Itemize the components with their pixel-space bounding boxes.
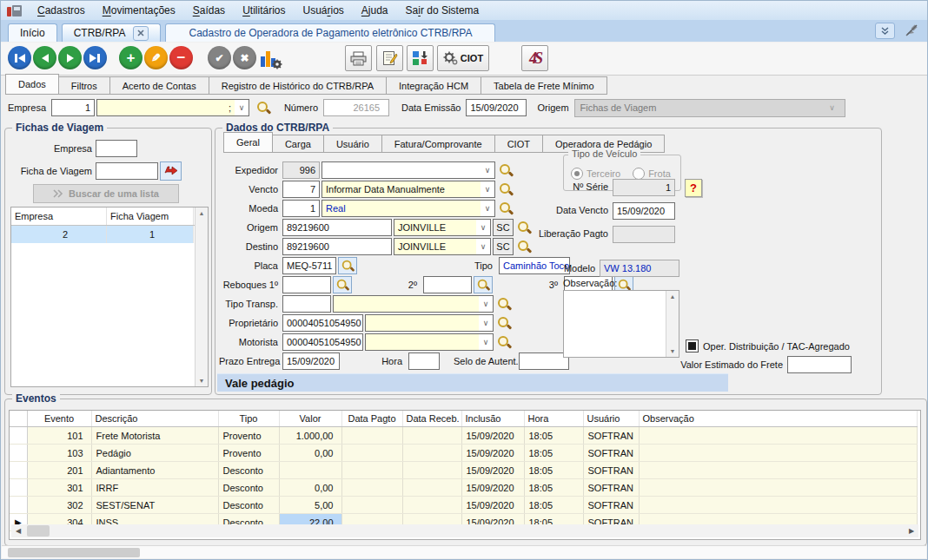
menu-item-usuarios[interactable]: Usuários [294, 4, 352, 16]
ciot-button[interactable]: CIOT [437, 45, 489, 71]
tab-ctrb-rpa[interactable]: CTRB/RPA [62, 23, 162, 42]
eventos-row[interactable]: 201AdiantamentoDesconto15/09/202018:05SO… [10, 462, 917, 479]
fichas-grid-row[interactable]: 21 [11, 226, 208, 243]
destino-combo[interactable]: JOINVILLE∨ [394, 238, 491, 255]
column-header-usuario[interactable]: Usuário [583, 411, 639, 427]
dropdown-arrow-icon[interactable]: ∨ [479, 296, 493, 312]
empresa-combo[interactable]: ; ∨ [96, 99, 249, 116]
softran-logo-button[interactable]: 4S [521, 45, 548, 71]
page-tab-integracao-hcm[interactable]: Integração HCM [386, 76, 481, 95]
motorista-combo[interactable]: ∨ [365, 333, 494, 351]
dropdown-arrow-icon[interactable]: ∨ [481, 162, 494, 178]
data-vencto-input[interactable]: 15/09/2020 [613, 202, 675, 220]
menu-item-utilitarios[interactable]: Utilitários [234, 4, 294, 16]
add-button[interactable]: + [119, 46, 143, 69]
nav-next-button[interactable] [58, 46, 82, 69]
ficha-viagem-input[interactable] [96, 162, 158, 180]
confirm-button[interactable]: ✔ [208, 46, 231, 69]
dropdown-arrow-icon[interactable]: ∨ [476, 220, 490, 235]
dropdown-arrow-icon[interactable]: ∨ [235, 100, 249, 115]
data-emissao-input[interactable]: 15/09/2020 [466, 99, 527, 116]
nav-prev-button[interactable] [33, 46, 56, 69]
moeda-combo[interactable]: Real∨ [321, 200, 495, 217]
proprietario-search-icon[interactable] [497, 316, 512, 331]
expedidor-combo[interactable]: ∨ [321, 161, 495, 179]
empresa-input[interactable]: 1 [51, 99, 95, 116]
page-tab-tabela-de-frete-minimo[interactable]: Tabela de Frete Mínimo [481, 76, 607, 95]
scroll-up-icon[interactable]: ▲ [199, 210, 205, 216]
tipo-transp-search-icon[interactable] [497, 297, 512, 312]
destino-code-input[interactable]: 89219600 [282, 238, 392, 255]
observacao-scrollbar[interactable]: ▲ ▼ [666, 291, 679, 357]
dados-tab-fatura-comprovante[interactable]: Fatura/Comprovante [381, 135, 495, 153]
origem-code-input[interactable]: 89219600 [282, 219, 392, 236]
column-header-evento[interactable]: Evento [27, 411, 91, 427]
cancel-button[interactable]: ✖ [233, 46, 256, 69]
reboque1-input[interactable] [282, 276, 331, 293]
menu-item-cadastros[interactable]: Cadastros [29, 4, 94, 16]
scroll-down-icon[interactable]: ▼ [670, 348, 676, 354]
vencto-combo[interactable]: Informar Data Manualmente∨ [321, 181, 495, 198]
frota-radio[interactable] [633, 168, 645, 180]
dados-tab-carga[interactable]: Carga [272, 135, 324, 153]
page-tab-filtros[interactable]: Filtros [58, 76, 110, 95]
dados-tab-usuario[interactable]: Usuário [323, 135, 382, 153]
pin-icon[interactable] [905, 23, 918, 38]
column-header-tipo[interactable]: Tipo [218, 411, 279, 427]
empresa-search-icon[interactable] [256, 101, 271, 115]
report-button[interactable] [376, 45, 403, 71]
help-button[interactable]: ? [685, 179, 702, 197]
reboque1-search-button[interactable] [333, 276, 352, 293]
expedidor-search-icon[interactable] [499, 163, 514, 178]
column-header-data-receb[interactable]: Data Receb. [402, 411, 461, 427]
proprietario-combo[interactable]: ∨ [365, 314, 494, 332]
window-h-scrollbar[interactable] [2, 545, 926, 558]
menu-item-movimentacoes[interactable]: Movimentações [94, 4, 184, 16]
dados-tab-ciot[interactable]: CIOT [494, 135, 543, 153]
column-header-descricao[interactable]: Descrição [91, 411, 218, 427]
eventos-row[interactable]: 103PedágioProvento0,0015/09/202018:05SOF… [10, 445, 917, 462]
column-header-empresa[interactable]: Empresa [11, 208, 107, 225]
dropdown-arrow-icon[interactable]: ∨ [481, 201, 494, 216]
column-header-data-pagto[interactable]: Data Pagto [341, 411, 402, 427]
column-header-ficha-viagem[interactable]: Ficha Viagem [107, 208, 194, 225]
moeda-code-input[interactable]: 1 [282, 200, 320, 217]
nav-last-button[interactable] [83, 46, 107, 69]
eventos-row[interactable]: 301IRRFDesconto0,0015/09/202018:05SOFTRA… [10, 479, 917, 497]
tab-inicio[interactable]: Início [8, 23, 57, 42]
fichas-grid-scrollbar[interactable]: ▲ ▼ [195, 208, 208, 386]
destino-search-icon[interactable] [517, 240, 532, 254]
hora-input[interactable] [408, 352, 440, 370]
reboque2-search-button[interactable] [474, 276, 493, 293]
tipo-transp-combo[interactable]: ∨ [333, 295, 494, 313]
scroll-down-icon[interactable]: ▼ [199, 378, 205, 384]
delete-button[interactable]: − [169, 46, 193, 69]
page-tab-dados[interactable]: Dados [5, 74, 59, 95]
export-button[interactable] [407, 45, 434, 71]
proprietario-input[interactable]: 00004051054950 [282, 314, 363, 332]
menu-item-sair-do-sistema[interactable]: Sair do Sistema [397, 4, 488, 16]
chart-button[interactable] [260, 48, 282, 71]
eventos-row[interactable]: 302SEST/SENATDesconto5,0015/09/202018:05… [10, 497, 917, 514]
close-icon[interactable] [133, 26, 149, 41]
column-header-inclusao[interactable]: Inclusão [461, 411, 524, 427]
scrollbar-thumb[interactable] [27, 525, 50, 537]
placa-input[interactable]: MEQ-5711 [282, 257, 336, 274]
placa-search-button[interactable] [338, 257, 357, 274]
motorista-input[interactable]: 00004051054950 [282, 333, 363, 351]
dropdown-arrow-icon[interactable]: ∨ [476, 239, 490, 254]
scroll-left-icon[interactable]: ◀ [11, 524, 25, 537]
column-header-valor[interactable]: Valor [279, 411, 341, 427]
menu-item-ajuda[interactable]: Ajuda [353, 4, 397, 16]
oper-checkbox[interactable] [686, 339, 699, 352]
motorista-search-icon[interactable] [497, 335, 512, 350]
tab-list-button[interactable] [875, 23, 895, 39]
prazo-input[interactable]: 15/09/2020 [282, 352, 340, 370]
scroll-up-icon[interactable]: ▲ [670, 293, 676, 300]
vale-pedagio-header[interactable]: Vale pedágio [217, 373, 728, 392]
eventos-row[interactable]: 101Frete MotoristaProvento1.000,0015/09/… [10, 427, 917, 445]
page-tab-acerto-de-contas[interactable]: Acerto de Contas [109, 76, 209, 95]
column-header-hora[interactable]: Hora [524, 411, 583, 427]
vencto-code-input[interactable]: 7 [282, 181, 320, 198]
scroll-right-icon[interactable]: ▶ [905, 524, 918, 537]
